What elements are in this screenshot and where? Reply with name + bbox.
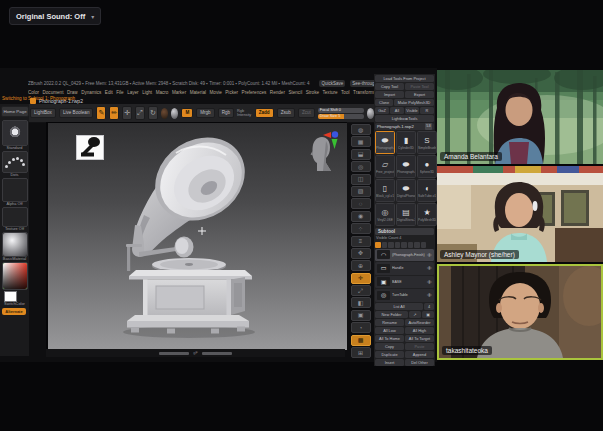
- tool-thumbnail[interactable]: ⬬ DigitalPhono-2: [396, 179, 416, 202]
- subtool-action-button[interactable]: All To Target: [405, 335, 434, 342]
- menu-item[interactable]: Preferences: [242, 90, 267, 95]
- alternate-button[interactable]: Alternate: [2, 308, 26, 315]
- goz-r-button[interactable]: R: [420, 107, 434, 114]
- tool-thumbnail[interactable]: ▮ Cylinder3D: [396, 131, 416, 154]
- menu-item[interactable]: Draw: [67, 90, 78, 95]
- grid-icon[interactable]: ⊞: [351, 347, 371, 358]
- tool-thumbnail[interactable]: ◖ SafeTube-v1: [417, 179, 437, 202]
- sculptris-icon[interactable]: [171, 108, 178, 119]
- subtool-action-button[interactable]: All Low: [375, 327, 404, 334]
- (Phonograph-Finish)[interactable]: ◠ (Phonograph-Finish) 👁: [375, 249, 434, 262]
- m-toggle[interactable]: M: [181, 108, 193, 118]
- menu-item[interactable]: Edit: [105, 90, 113, 95]
- goz-button[interactable]: GoZ: [375, 107, 389, 114]
- rgb-toggle[interactable]: Rgb: [218, 108, 234, 118]
- texture-picker[interactable]: [2, 207, 28, 227]
- goz-all-button[interactable]: All: [390, 107, 404, 114]
- subtool-action-button[interactable]: Rename: [375, 319, 404, 326]
- zoom3d-icon[interactable]: ◔: [351, 322, 371, 333]
- h-scroll-handle2[interactable]: [202, 352, 232, 355]
- paste-tool-button[interactable]: Paste Tool: [405, 83, 434, 90]
- original-sound-toggle[interactable]: Original Sound: Off ▾: [9, 7, 101, 25]
- eye-icon[interactable]: 👁: [427, 265, 432, 271]
- store-view-icon[interactable]: ▩: [351, 335, 371, 346]
- home-page-button[interactable]: Home Page: [1, 106, 29, 117]
- solo-icon[interactable]: ◉: [351, 211, 371, 222]
- mrgb-toggle[interactable]: Mrgb: [196, 108, 214, 118]
- subtool-action-button[interactable]: Append: [405, 351, 434, 358]
- participant-tile[interactable]: Amanda Belantara: [437, 70, 603, 164]
- clone-button[interactable]: Clone: [375, 99, 393, 106]
- subtool-section-header[interactable]: Subtool: [375, 228, 434, 235]
- quicksave-button[interactable]: QuickSave: [319, 80, 345, 87]
- floor-icon[interactable]: ⬓: [351, 149, 371, 160]
- color-picker[interactable]: [2, 262, 28, 290]
- move-button[interactable]: ✛: [122, 106, 132, 120]
- zcut-toggle[interactable]: Zcut: [298, 108, 315, 118]
- ghost-icon[interactable]: ◌: [351, 198, 371, 209]
- eye-icon[interactable]: 👁: [427, 292, 432, 298]
- actual-size-icon[interactable]: ▣: [351, 310, 371, 321]
- goz-visible-button[interactable]: Visible: [405, 107, 419, 114]
- copy-tool-button[interactable]: Copy Tool: [375, 83, 404, 90]
- tool-thumbnail[interactable]: ▱ Free_projection: [375, 155, 395, 178]
- tool-thumbnail[interactable]: S SimpleBrush: [417, 131, 437, 154]
- zsub-toggle[interactable]: Zsub: [277, 108, 295, 118]
- subtool-action-button[interactable]: Copy: [375, 343, 404, 350]
- persp-icon[interactable]: ▦: [351, 136, 371, 147]
- menu-item[interactable]: Document: [42, 90, 63, 95]
- participant-tile-active[interactable]: takashitateoka: [437, 264, 603, 360]
- TurnTable[interactable]: ◎ TurnTable 👁: [375, 289, 434, 302]
- subtool-action-button[interactable]: Del Other: [405, 359, 434, 366]
- material-picker[interactable]: [2, 232, 28, 257]
- tool-thumbnail[interactable]: ● Sphere3D: [417, 155, 437, 178]
- xpose-icon[interactable]: ⁘: [351, 223, 371, 234]
- lightbox-tools-button[interactable]: Lightbox▸Tools: [375, 115, 434, 122]
- subtool-action-button[interactable]: Insert: [375, 359, 404, 366]
- draw-button[interactable]: ✏: [109, 106, 119, 120]
- Handle[interactable]: ▭ Handle 👁: [375, 262, 434, 275]
- tool-thumbnail[interactable]: ◎ Vinyl2.0SE: [375, 203, 395, 226]
- edit-button[interactable]: ✎: [96, 106, 106, 120]
- scale-button[interactable]: ⤢: [135, 106, 145, 120]
- reference-image-thumbnail[interactable]: [76, 135, 104, 160]
- menu-item[interactable]: Macro: [156, 90, 169, 95]
- subtool-action-button[interactable]: All High: [405, 327, 434, 334]
- zoom-icon[interactable]: ⊕: [351, 260, 371, 271]
- menu-item[interactable]: Tool: [341, 90, 349, 95]
- menu-item[interactable]: Color: [28, 90, 39, 95]
- list-all-button[interactable]: List All: [375, 303, 423, 310]
- tool-thumbnail[interactable]: ⬬ Phonograph-1: [375, 131, 395, 154]
- stroke-picker[interactable]: [2, 151, 28, 173]
- folder-grid-icon[interactable]: ▣: [422, 311, 434, 318]
- folder-up-icon[interactable]: ↗: [409, 311, 421, 318]
- menu-item[interactable]: Marker: [172, 90, 186, 95]
- menu-item[interactable]: Texture: [323, 90, 338, 95]
- bpr-icon[interactable]: ◍: [351, 124, 371, 135]
- lsym-icon[interactable]: ◫: [351, 174, 371, 185]
- aa-half-icon[interactable]: ◧: [351, 297, 371, 308]
- frame-icon[interactable]: ⤢: [351, 285, 371, 296]
- eye-icon[interactable]: 👁: [427, 279, 432, 285]
- alpha-picker[interactable]: [2, 178, 28, 202]
- subtool-action-button[interactable]: Paste: [405, 343, 434, 350]
- menu-item[interactable]: Movie: [210, 90, 222, 95]
- document-canvas[interactable]: [46, 122, 347, 350]
- menu-item[interactable]: Light: [142, 90, 152, 95]
- BASE[interactable]: ▣ BASE 👁: [375, 276, 434, 289]
- h-scroll-handle[interactable]: [159, 352, 189, 355]
- document-scroll-bar[interactable]: gF: [46, 349, 345, 357]
- focal-shift-slider[interactable]: Focal Shift 0: [318, 108, 364, 113]
- menu-item[interactable]: Layer: [127, 90, 139, 95]
- brush-picker[interactable]: [2, 120, 28, 146]
- eye-icon[interactable]: 👁: [427, 252, 432, 258]
- menu-item[interactable]: Picker: [225, 90, 238, 95]
- paint-icon[interactable]: [161, 108, 168, 119]
- active-tool-header[interactable]: Phonograph-1.rwp2 53: [375, 123, 434, 130]
- switch-color-button[interactable]: SwitchColor: [0, 301, 29, 306]
- lightbox-button[interactable]: LightBox: [30, 108, 56, 118]
- menu-item[interactable]: Material: [190, 90, 206, 95]
- menu-item[interactable]: File: [116, 90, 123, 95]
- load-tools-button[interactable]: Load Tools From Project: [375, 75, 434, 82]
- export-button[interactable]: Export: [405, 91, 434, 98]
